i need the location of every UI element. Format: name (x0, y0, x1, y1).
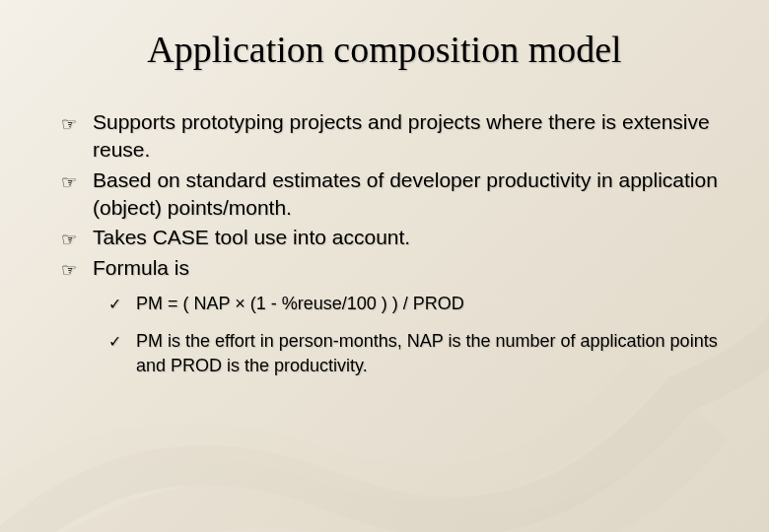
sub-bullet-item: ✓ PM = ( NAP × (1 - %reuse/100 ) ) / PRO… (108, 292, 720, 315)
bullet-text: Supports prototyping projects and projec… (93, 108, 720, 165)
bullet-item: ☞ Based on standard estimates of develop… (61, 166, 720, 223)
bullet-text: Takes CASE tool use into account. (93, 224, 720, 251)
bullet-item: ☞ Takes CASE tool use into account. (61, 224, 720, 251)
bullet-item: ☞ Supports prototyping projects and proj… (61, 108, 720, 165)
bullet-text: Based on standard estimates of developer… (93, 166, 720, 223)
sub-bullet-text: PM = ( NAP × (1 - %reuse/100 ) ) / PROD (136, 292, 720, 315)
hand-bullet-icon: ☞ (61, 258, 83, 282)
bullet-text: Formula is (93, 254, 720, 282)
check-bullet-icon: ✓ (108, 294, 128, 315)
check-bullet-icon: ✓ (108, 331, 128, 353)
slide-content: Application composition model ☞ Supports… (0, 0, 769, 419)
slide-title: Application composition model (49, 28, 720, 71)
sub-bullet-text: PM is the effort in person-months, NAP i… (136, 329, 720, 377)
bullet-item: ☞ Formula is (61, 254, 720, 282)
main-bullet-list: ☞ Supports prototyping projects and proj… (49, 108, 720, 282)
hand-bullet-icon: ☞ (61, 228, 83, 251)
hand-bullet-icon: ☞ (61, 170, 83, 194)
sub-bullet-item: ✓ PM is the effort in person-months, NAP… (108, 329, 720, 377)
hand-bullet-icon: ☞ (61, 112, 83, 136)
sub-bullet-list: ✓ PM = ( NAP × (1 - %reuse/100 ) ) / PRO… (49, 292, 720, 377)
